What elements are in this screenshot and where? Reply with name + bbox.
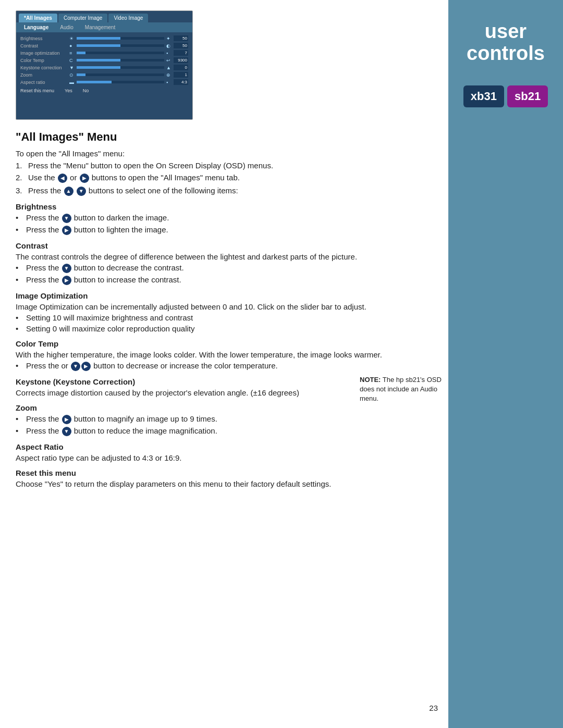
contrast-bullets: • Press the ▼ button to decrease the con… [16,263,438,285]
down-btn-zoom: ▼ [62,427,71,436]
reset-header: Reset this menu [16,468,438,477]
colortemp-icon: C [69,58,75,63]
aspect-header: Aspect Ratio [16,442,438,451]
colortemp-body: With the higher temperature, the image l… [16,350,438,359]
up-btn-contrast: ▶ [62,276,71,285]
colortemp-header: Color Temp [16,339,438,348]
imageopt-body: Image Optimization can be incrementally … [16,302,438,311]
step-1: 1. Press the "Menu" button to open the O… [16,161,438,170]
osd-row-contrast: Contrast ● ◐ 50 [20,43,188,48]
brightness-header: Brightness [16,202,438,211]
page-number: 23 [429,704,438,712]
imageopt-bullet-2: • Setting 0 will maximize color reproduc… [16,324,438,333]
contrast-bullet-2: • Press the ▶ button to increase the con… [16,275,438,285]
osd-tab-video: Video Image [108,14,148,22]
up-btn-colortemp: ▶ [81,362,91,371]
sidebar-badges: xb31 sb21 [463,85,548,107]
reset-body: Choose "Yes" to return the display param… [16,479,438,488]
intro-text: To open the "All Images" menu: [16,149,438,158]
colortemp-bullets: • Press the or ▼▶ button to decrease or … [16,361,438,371]
brightness-marker: ✦ [166,36,172,41]
section-title: "All Images" Menu [16,130,438,144]
right-btn: ▶ [80,174,89,183]
imageopt-bullet-1: • Setting 10 will maximize brightness an… [16,313,438,322]
osd-tabs2: Language Audio Management [16,22,192,32]
main-content: *All Images Computer Image Video Image L… [16,0,438,511]
aspect-icon: ▬ [69,80,75,85]
zoom-bullet-2: • Press the ▼ button to reduce the image… [16,426,438,436]
osd-row-brightness: Brightness ☀ ✦ 50 [20,35,188,41]
zoom-bullets: • Press the ▶ button to magnify an image… [16,414,438,436]
osd-row-aspect: Aspect ratio ▬ ▪ 4:3 [20,79,188,85]
zoom-icon: ⊙ [69,72,75,78]
contrast-body: The contrast controls the degree of diff… [16,252,438,261]
sidebar: usercontrols xb31 sb21 [448,0,563,728]
brightness-icon: ☀ [69,36,75,41]
osd-row-imageopt: Image optimization ≡ ▪ 7 [20,50,188,56]
aspect-body: Aspect ratio type can be adjusted to 4:3… [16,453,438,462]
badge-sb21: sb21 [507,85,548,107]
steps-list: 1. Press the "Menu" button to open the O… [16,161,438,196]
colortemp-marker: ↩ [166,58,172,63]
brightness-bullet-2: • Press the ▶ button to lighten the imag… [16,225,438,235]
imageopt-bullets: • Setting 10 will maximize brightness an… [16,313,438,333]
left-btn: ◀ [58,174,67,183]
contrast-bullet-1: • Press the ▼ button to decrease the con… [16,263,438,273]
brightness-bullet-1: • Press the ▼ button to darken the image… [16,213,438,223]
osd-reset-row: Reset this menu Yes No [16,88,192,93]
down-btn-contrast: ▼ [62,264,71,273]
osd-tabs: *All Images Computer Image Video Image [16,11,192,22]
osd-screenshot: *All Images Computer Image Video Image L… [16,10,193,120]
contrast-header: Contrast [16,241,438,250]
sidebar-title: usercontrols [456,16,555,70]
osd-tab-computer: Computer Image [58,14,107,22]
contrast-icon: ● [69,43,75,48]
up-btn-zoom: ▶ [62,415,71,424]
contrast-marker: ◐ [166,43,172,48]
aspect-marker: ▪ [166,80,172,85]
zoom-bullet-1: • Press the ▶ button to magnify an image… [16,414,438,424]
down-btn-brightness: ▼ [62,214,71,223]
imageopt-header: Image Optimization [16,291,438,300]
note-label: NOTE: [360,376,381,384]
keystone-marker: ▲ [166,65,172,70]
osd-tab-allimages: *All Images [19,14,57,22]
imageopt-marker: ▪ [166,51,172,56]
down-btn-colortemp: ▼ [71,362,80,371]
zoom-header: Zoom [16,403,438,412]
brightness-bullets: • Press the ▼ button to darken the image… [16,213,438,235]
osd-tab2-management: Management [80,23,120,31]
osd-row-keystone: Keystone correction ▼ ▲ 0 [20,65,188,70]
zoom-marker: ⊕ [166,72,172,78]
up-btn-brightness: ▶ [62,226,71,235]
step-2: 2. Use the ◀ or ▶ buttons to open the "A… [16,173,438,183]
osd-tab2-language: Language [19,23,54,31]
keystone-icon: ▼ [69,65,75,70]
up-btn-step3: ▲ [64,187,74,196]
colortemp-bullet-1: • Press the or ▼▶ button to decrease or … [16,361,438,371]
osd-row-zoom: Zoom ⊙ ⊕ 1 [20,72,188,78]
step-3: 3. Press the ▲ ▼ buttons to select one o… [16,186,438,196]
osd-rows: Brightness ☀ ✦ 50 Contrast ● ◐ 50 Image … [16,32,192,88]
badge-xb31: xb31 [463,85,504,107]
note-box: NOTE: The hp sb21's OSD does not include… [360,375,443,404]
osd-row-colortemp: Color Temp C ↩ 9300 [20,57,188,63]
down-btn-step3: ▼ [77,187,86,196]
osd-tab2-audio: Audio [55,23,79,31]
imageopt-icon: ≡ [69,51,75,56]
